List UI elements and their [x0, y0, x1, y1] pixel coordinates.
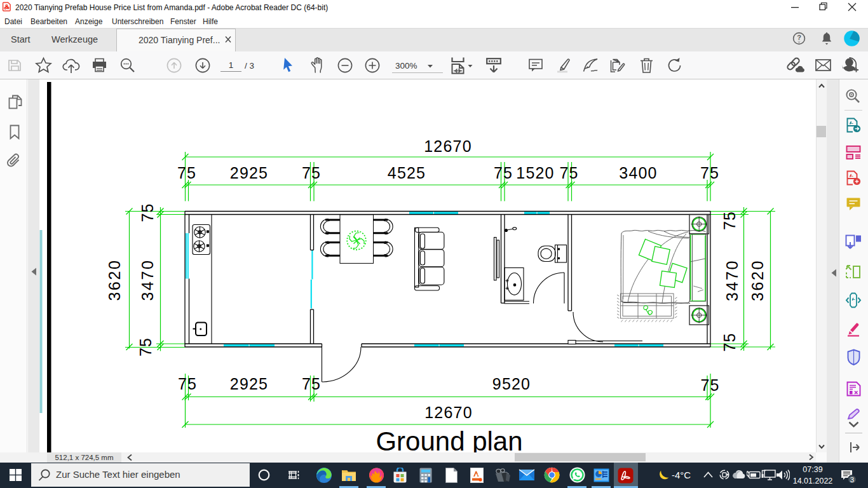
svg-text:3: 3: [850, 476, 854, 484]
svg-text:3400: 3400: [619, 164, 657, 182]
svg-text:Ground plan: Ground plan: [376, 426, 522, 456]
svg-text:3470: 3470: [139, 259, 156, 301]
svg-text:3620: 3620: [105, 259, 123, 301]
svg-text:1520: 1520: [516, 164, 554, 182]
svg-text:2925: 2925: [230, 375, 268, 393]
svg-text:75: 75: [700, 164, 719, 182]
svg-text:75: 75: [302, 375, 321, 393]
svg-text:75: 75: [302, 164, 321, 182]
svg-text:75: 75: [494, 164, 513, 182]
svg-text:3620: 3620: [749, 259, 766, 301]
svg-text:75: 75: [721, 332, 738, 351]
svg-text:75: 75: [721, 211, 738, 230]
svg-text:?: ?: [797, 34, 801, 41]
svg-text:4525: 4525: [388, 164, 426, 182]
svg-text:2925: 2925: [230, 164, 268, 182]
svg-text:75: 75: [178, 375, 197, 393]
svg-text:12670: 12670: [424, 403, 473, 421]
svg-text:75: 75: [700, 376, 719, 394]
svg-text:12670: 12670: [424, 137, 472, 155]
svg-text:75: 75: [137, 337, 154, 356]
svg-text:75: 75: [559, 164, 578, 182]
svg-text:9520: 9520: [492, 375, 531, 393]
svg-text:3470: 3470: [723, 259, 741, 301]
svg-text:75: 75: [177, 164, 196, 182]
svg-text:75: 75: [139, 203, 156, 222]
